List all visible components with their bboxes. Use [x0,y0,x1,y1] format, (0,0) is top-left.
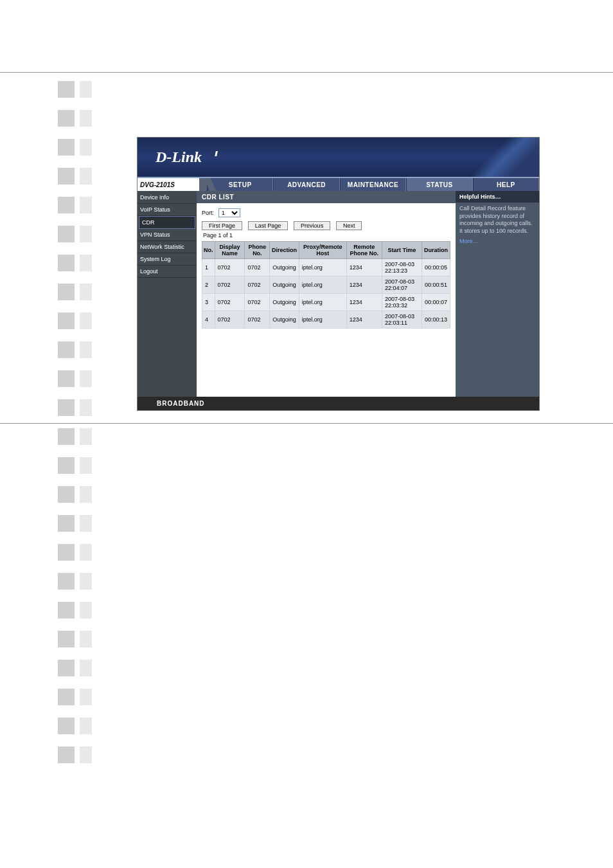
port-label: Port: [202,210,214,216]
col-header: Direction [270,242,299,259]
cell: 0702 [215,294,245,311]
cell: 00:00:51 [422,276,450,294]
cell: 0702 [245,259,270,276]
table-row: 307020702Outgoingiptel.org12342007-08-03… [202,294,450,311]
table-row: 107020702Outgoingiptel.org12342007-08-03… [202,259,450,276]
col-header: No. [202,242,215,259]
port-select[interactable]: 1 [218,208,240,217]
cell: 2007-08-03 22:03:11 [382,311,422,329]
cell: iptel.org [299,259,346,276]
cell: 1234 [346,311,382,329]
sidebar-item-network-statistic[interactable]: NetWork Statistic [138,241,197,253]
cell: 0702 [245,294,270,311]
cell: 00:00:05 [422,259,450,276]
table-row: 207020702Outgoingiptel.org12342007-08-03… [202,276,450,294]
help-body: Call Detail Record feature provides hist… [456,203,539,238]
cell: Outgoing [270,259,299,276]
cell: 0702 [215,276,245,294]
nav-maintenance[interactable]: MAINTENANCE [340,178,406,191]
help-header: Helpful Hints… [456,191,539,203]
help-more-link[interactable]: More… [456,238,539,244]
col-header: Proxy/Remote Host [299,242,346,259]
cell: 2007-08-03 22:04:07 [382,276,422,294]
cell: 0702 [245,311,270,329]
table-row: 407020702Outgoingiptel.org12342007-08-03… [202,311,450,329]
col-header: Phone No. [245,242,270,259]
panel-title: CDR LIST [197,191,456,203]
next-button[interactable]: Next [336,221,362,230]
nav-setup[interactable]: SETUP [207,178,273,191]
model-tab: DVG-2101S [138,178,207,191]
sidebar-item-system-log[interactable]: System Log [138,253,197,266]
cell: 2007-08-03 22:13:23 [382,259,422,276]
cdr-table: No.Display NamePhone No.DirectionProxy/R… [202,241,450,329]
cell: 00:00:07 [422,294,450,311]
col-header: Duration [422,242,450,259]
cell: 0702 [215,311,245,329]
router-admin-window: D-Link DVG-2101S SETUPADVANCEDMAINTENANC… [137,137,540,411]
sidebar-item-voip-status[interactable]: VoIP Status [138,204,197,216]
cell: 1234 [346,259,382,276]
sidebar-item-logout[interactable]: Logout [138,266,197,278]
sidebar: Device InfoVoIP StatusCDRVPN StatusNetWo… [138,191,197,397]
main-panel: CDR LIST Port: 1 First Page Last Page Pr… [197,191,456,397]
first-page-button[interactable]: First Page [202,221,242,230]
cell: 2007-08-03 22:03:32 [382,294,422,311]
cell: 4 [202,311,215,329]
decorative-squares: for(let i=0;i<24;i++)document.write('<di… [58,81,92,424]
cell: Outgoing [270,311,299,329]
nav-advanced[interactable]: ADVANCED [273,178,339,191]
svg-rect-1 [215,151,218,156]
cell: 1234 [346,276,382,294]
cell: iptel.org [299,294,346,311]
cell: 0702 [245,276,270,294]
nav-status[interactable]: STATUS [406,178,472,191]
page-info: Page 1 of 1 [203,232,450,239]
top-nav: DVG-2101S SETUPADVANCEDMAINTENANCESTATUS… [138,178,539,191]
cell: 1 [202,259,215,276]
col-header: Display Name [215,242,245,259]
cell: 3 [202,294,215,311]
dlink-logo: D-Link [155,148,226,167]
sidebar-item-device-info[interactable]: Device Info [138,192,197,204]
help-panel: Helpful Hints… Call Detail Record featur… [456,191,539,397]
cell: Outgoing [270,294,299,311]
cell: iptel.org [299,311,346,329]
previous-button[interactable]: Previous [294,221,330,230]
cell: iptel.org [299,276,346,294]
cell: 00:00:13 [422,311,450,329]
cell: Outgoing [270,276,299,294]
cell: 0702 [215,259,245,276]
last-page-button[interactable]: Last Page [248,221,289,230]
col-header: Start Time [382,242,422,259]
col-header: Remote Phone No. [346,242,382,259]
nav-help[interactable]: HELP [473,178,539,191]
cell: 1234 [346,294,382,311]
brand-banner: D-Link [138,138,539,178]
sidebar-item-cdr[interactable]: CDR [139,216,195,229]
sidebar-item-vpn-status[interactable]: VPN Status [138,229,197,241]
footer: BROADBAND [138,397,539,410]
svg-text:D-Link: D-Link [155,149,202,165]
cell: 2 [202,276,215,294]
